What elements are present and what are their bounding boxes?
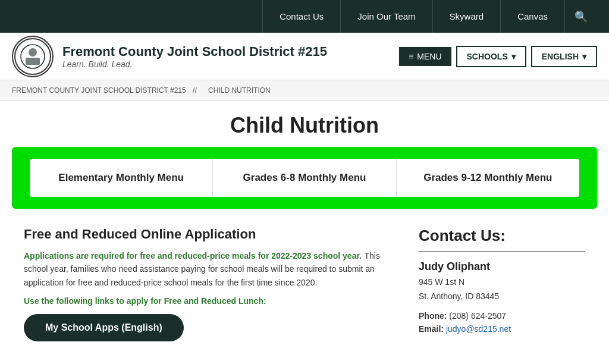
header-nav-buttons: ≡ MENU SCHOOLS ▾ ENGLISH ▾ bbox=[399, 46, 597, 67]
contact-address: 945 W 1st N St. Anthony, ID 83445 bbox=[419, 275, 585, 304]
menu-button[interactable]: ≡ MENU bbox=[399, 47, 451, 66]
contact-divider bbox=[419, 251, 585, 252]
tab-elementary[interactable]: Elementary Monthly Menu bbox=[30, 159, 213, 197]
schools-button[interactable]: SCHOOLS ▾ bbox=[456, 46, 526, 67]
school-info: Fremont County Joint School District #21… bbox=[62, 44, 399, 69]
apply-link-text: Use the following links to apply for Fre… bbox=[24, 296, 395, 306]
school-logo bbox=[12, 36, 54, 77]
main-content: Free and Reduced Online Application Appl… bbox=[0, 215, 609, 353]
schools-label: SCHOOLS bbox=[467, 52, 508, 61]
contact-name: Judy Oliphant bbox=[419, 261, 585, 273]
breadcrumb-separator: // bbox=[193, 86, 197, 95]
page-title: Child Nutrition bbox=[0, 113, 609, 138]
tab-grades-9-12[interactable]: Grades 9-12 Monthly Menu bbox=[397, 159, 579, 197]
english-button[interactable]: ENGLISH ▾ bbox=[531, 46, 597, 67]
free-reduced-title: Free and Reduced Online Application bbox=[24, 227, 395, 242]
address-line-1: 945 W 1st N bbox=[419, 275, 585, 290]
school-tagline: Learn. Build. Lead. bbox=[62, 59, 399, 69]
search-icon: 🔍 bbox=[575, 10, 588, 23]
tabs: Elementary Monthly Menu Grades 6-8 Month… bbox=[30, 159, 579, 197]
phone-number: (208) 624-2507 bbox=[449, 311, 506, 321]
highlight-paragraph: Applications are required for free and r… bbox=[24, 249, 395, 289]
search-button[interactable]: 🔍 bbox=[565, 0, 597, 33]
contact-title: Contact Us: bbox=[419, 227, 585, 245]
contact-us-link[interactable]: Contact Us bbox=[262, 0, 341, 33]
right-column: Contact Us: Judy Oliphant 945 W 1st N St… bbox=[419, 227, 585, 341]
breadcrumb-home[interactable]: FREMONT COUNTY JOINT SCHOOL DISTRICT #21… bbox=[12, 86, 186, 95]
page-title-section: Child Nutrition bbox=[0, 101, 609, 147]
email-label: Email: bbox=[419, 324, 444, 334]
left-column: Free and Reduced Online Application Appl… bbox=[24, 227, 395, 341]
highlight-text: Applications are required for free and r… bbox=[24, 251, 362, 261]
skyward-link[interactable]: Skyward bbox=[433, 0, 501, 33]
svg-rect-2 bbox=[26, 58, 40, 65]
chevron-down-icon: ▾ bbox=[511, 52, 516, 61]
menu-label: MENU bbox=[417, 52, 441, 61]
site-header: Fremont County Joint School District #21… bbox=[0, 33, 609, 80]
chevron-down-icon-2: ▾ bbox=[582, 52, 586, 61]
join-our-team-link[interactable]: Join Our Team bbox=[341, 0, 432, 33]
breadcrumb: FREMONT COUNTY JOINT SCHOOL DISTRICT #21… bbox=[0, 80, 609, 101]
email-address[interactable]: judyo@sd215.net bbox=[446, 324, 511, 334]
canvas-link[interactable]: Canvas bbox=[501, 0, 565, 33]
english-label: ENGLISH bbox=[542, 52, 579, 61]
logo-inner bbox=[14, 38, 51, 75]
address-line-2: St. Anthony, ID 83445 bbox=[419, 290, 585, 304]
school-name: Fremont County Joint School District #21… bbox=[62, 44, 399, 59]
svg-point-1 bbox=[29, 48, 37, 57]
contact-phone: Phone: (208) 624-2507 bbox=[419, 311, 585, 321]
hamburger-icon: ≡ bbox=[409, 52, 413, 61]
breadcrumb-current: CHILD NUTRITION bbox=[208, 86, 271, 95]
tab-container: Elementary Monthly Menu Grades 6-8 Month… bbox=[12, 147, 597, 209]
my-school-apps-button[interactable]: My School Apps (English) bbox=[24, 314, 184, 341]
contact-email: Email: judyo@sd215.net bbox=[419, 324, 585, 334]
phone-label: Phone: bbox=[419, 311, 447, 321]
top-bar: Contact Us Join Our Team Skyward Canvas … bbox=[0, 0, 609, 33]
tab-grades-6-8[interactable]: Grades 6-8 Monthly Menu bbox=[213, 159, 396, 197]
